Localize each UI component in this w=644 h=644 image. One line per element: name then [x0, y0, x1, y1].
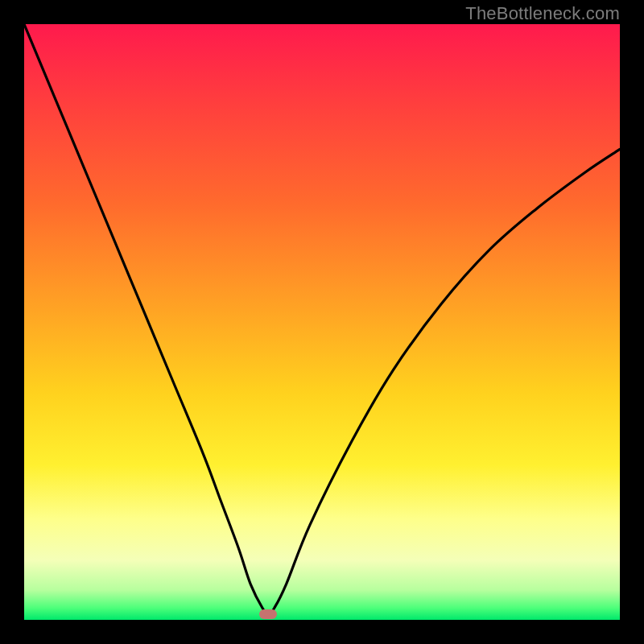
watermark-text: TheBottleneck.com [465, 3, 620, 24]
minimum-marker [259, 609, 277, 619]
curve-path [24, 24, 620, 614]
chart-frame: TheBottleneck.com [0, 0, 644, 644]
bottleneck-curve [24, 24, 620, 620]
plot-area [24, 24, 620, 620]
